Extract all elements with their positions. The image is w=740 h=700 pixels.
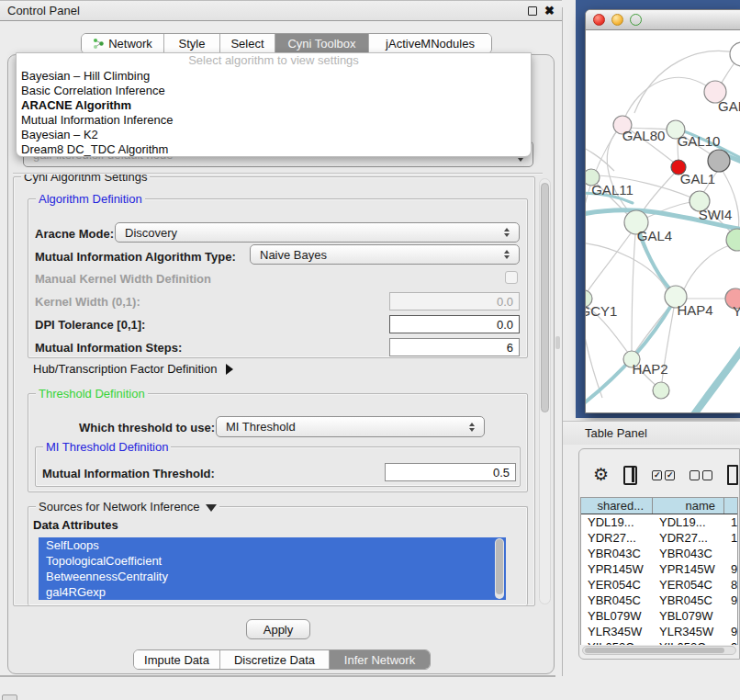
settings-scrollbar-thumb[interactable] <box>541 183 549 412</box>
tab-label: Discretize Data <box>234 653 315 667</box>
mi-steps-field[interactable]: 6 <box>389 338 520 356</box>
algorithm-option[interactable]: Bayesian – K2 <box>17 128 531 142</box>
table-cell: 12 <box>724 530 738 546</box>
sources-legend: Sources for Network Inference <box>36 500 219 514</box>
panel-splitter-handle[interactable] <box>555 336 560 349</box>
attribute-list-item[interactable]: BetweennessCentrality <box>39 569 506 584</box>
expand-triangle-icon[interactable] <box>226 364 233 375</box>
hub-definition-section[interactable]: Hub/Transcription Factor Definition <box>33 362 233 376</box>
node-table[interactable]: shared...nameAYDL19...YDL19...13YDR27...… <box>580 497 738 645</box>
column-header[interactable]: name <box>653 498 724 514</box>
settings-scrollbar[interactable] <box>539 178 551 604</box>
table-row[interactable]: YBR045CYBR045C9. <box>581 593 737 608</box>
mi-threshold-label: Mutual Information Threshold: <box>42 467 215 480</box>
table-row[interactable]: YPR145WYPR145W9. <box>581 561 737 577</box>
which-threshold-combobox[interactable]: MI Threshold <box>216 416 485 437</box>
table-hscrollbar[interactable] <box>582 646 736 655</box>
network-node[interactable] <box>730 42 740 66</box>
table-header-row: shared...nameA <box>581 498 737 514</box>
algorithm-option[interactable]: ARACNE Algorithm <box>17 98 531 113</box>
network-graph[interactable]: GALGAL80GAL10GAL1GAL11SWI4GAL4GCY1HAP4YH… <box>586 30 740 413</box>
hub-definition-label: Hub/Transcription Factor Definition <box>33 362 217 376</box>
table-row[interactable]: YBL079WYBL079W <box>581 608 737 624</box>
attributes-scrollbar-thumb[interactable] <box>496 539 503 594</box>
collapse-triangle-icon[interactable] <box>206 504 217 512</box>
table-row[interactable]: YBR043CYBR043C <box>581 546 737 561</box>
table-cell: YBL079W <box>653 608 724 624</box>
manual-kernel-checkbox[interactable] <box>505 271 518 284</box>
tab-select[interactable]: Select <box>219 34 275 53</box>
node-label: HAP4 <box>677 302 712 318</box>
table-row[interactable]: YER054CYER054C8. <box>581 577 737 593</box>
dpi-tolerance-label: DPI Tolerance [0,1]: <box>35 318 145 332</box>
mi-threshold-definition-legend: MI Threshold Definition <box>43 440 171 454</box>
tab-label: Infer Network <box>344 653 415 667</box>
group-divider <box>13 173 543 175</box>
deselect-all-icon[interactable] <box>690 470 712 480</box>
minimize-traffic-light-icon[interactable] <box>611 14 623 26</box>
network-node[interactable] <box>653 382 669 399</box>
tab-cyni-toolbox[interactable]: Cyni Toolbox <box>275 34 368 53</box>
table-row[interactable]: YIL052CYIL052C9 <box>581 639 737 645</box>
document-icon[interactable] <box>727 465 738 485</box>
tab-infer-network[interactable]: Infer Network <box>329 650 430 669</box>
table-row[interactable]: YLR345WYLR345W9. <box>581 624 737 639</box>
aracne-mode-value: Discovery <box>125 226 177 240</box>
network-node[interactable] <box>708 150 730 172</box>
attribute-list-item[interactable]: gal4RGexp <box>39 584 506 600</box>
network-icon <box>93 38 105 50</box>
zoom-traffic-light-icon[interactable] <box>630 14 642 26</box>
node-label: GAL <box>718 98 740 114</box>
table-cell: 13 <box>724 514 738 530</box>
table-toolbar: ⚙ ✓✓ <box>580 455 738 495</box>
dpi-tolerance-field[interactable]: 0.0 <box>389 315 520 333</box>
attribute-list-item[interactable]: SelfLoops <box>39 537 506 553</box>
algorithm-option[interactable]: Basic Correlation Inference <box>17 84 531 98</box>
table-row[interactable]: YDR27...YDR27...12 <box>581 530 737 546</box>
table-hscrollbar-thumb[interactable] <box>585 648 724 653</box>
table-cell: YLR345W <box>581 624 653 639</box>
network-window-titlebar[interactable] <box>586 10 740 30</box>
algorithm-option[interactable]: Mutual Information Inference <box>17 113 531 128</box>
table-cell: YBR043C <box>581 546 653 561</box>
apply-button[interactable]: Apply <box>246 619 310 639</box>
mi-type-combobox[interactable]: Naive Bayes <box>250 244 520 265</box>
attributes-scrollbar[interactable] <box>495 538 504 599</box>
table-cell: YBR045C <box>581 593 653 608</box>
tab-label: Select <box>230 37 263 51</box>
close-traffic-light-icon[interactable] <box>593 14 605 26</box>
table-cell: YER054C <box>653 577 724 593</box>
clipped-bottom-button[interactable] <box>2 694 17 700</box>
column-header[interactable]: shared... <box>581 498 653 514</box>
column-view-icon[interactable] <box>623 466 637 485</box>
network-edge[interactable] <box>632 234 635 351</box>
algorithm-option[interactable]: Dream8 DC_TDC Algorithm <box>17 142 531 157</box>
network-edge[interactable] <box>588 233 631 291</box>
close-icon[interactable]: ✖ <box>544 6 555 16</box>
algorithm-option[interactable]: Bayesian – Hill Climbing <box>17 69 531 84</box>
network-edge[interactable] <box>684 245 730 289</box>
node-label: HAP2 <box>632 361 667 377</box>
tab-network[interactable]: Network <box>82 34 163 53</box>
data-attributes-list[interactable]: SelfLoopsTopologicalCoefficientBetweenne… <box>39 537 506 600</box>
tab-discretize-data[interactable]: Discretize Data <box>219 650 329 669</box>
network-edge-highlighted[interactable] <box>688 341 740 413</box>
gear-icon[interactable]: ⚙ <box>593 466 609 484</box>
table-cell: YER054C <box>581 577 653 593</box>
table-row[interactable]: YDL19...YDL19...13 <box>581 514 737 530</box>
tab-jactivemnodules[interactable]: jActiveMNodules <box>368 34 491 53</box>
attribute-list-item[interactable]: TopologicalCoefficient <box>39 553 506 569</box>
algorithm-definition-legend: Algorithm Definition <box>36 192 145 206</box>
network-edge[interactable] <box>624 77 715 119</box>
aracne-mode-combobox[interactable]: Discovery <box>115 222 520 243</box>
table-cell: YLR345W <box>653 624 724 639</box>
select-all-icon[interactable]: ✓✓ <box>652 470 675 480</box>
mi-threshold-field[interactable]: 0.5 <box>385 463 516 481</box>
column-header[interactable]: A <box>724 498 738 514</box>
table-cell <box>724 608 738 624</box>
network-node[interactable] <box>726 229 740 251</box>
tab-style[interactable]: Style <box>163 34 219 53</box>
node-label: GAL10 <box>678 133 721 149</box>
tab-impute-data[interactable]: Impute Data <box>134 650 219 669</box>
float-window-icon[interactable] <box>528 6 537 16</box>
